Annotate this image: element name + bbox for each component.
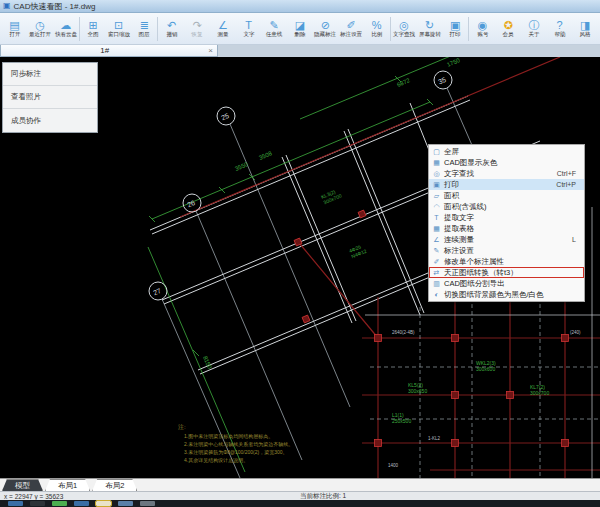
drawing-area: 25 26 27 35 3550 3508 6872 1750 8150 KL3… — [0, 57, 600, 478]
taskbar-app-icon[interactable] — [140, 501, 155, 506]
taskbar-app-icon[interactable] — [118, 501, 133, 506]
menu-item-cad-gray[interactable]: ▦CAD图显示灰色 — [429, 157, 584, 168]
convert-icon: ⇄ — [429, 269, 444, 277]
grid-dim-label: 2640(2-4B) — [392, 330, 415, 335]
taskbar-app-icon[interactable] — [8, 501, 23, 506]
toolbar-find-text-button[interactable]: ◎文字查找 — [392, 14, 417, 44]
toolbar-measure-button[interactable]: ∠测量 — [210, 14, 235, 44]
toggle-background-icon: ◐ — [429, 291, 444, 298]
layout-tab-bar: 模型 布局1 布局2 — [0, 478, 600, 491]
find-text-icon: ◎ — [429, 170, 444, 178]
toolbar-about-button[interactable]: ⓘ关于 — [521, 14, 546, 44]
tab-layout2[interactable]: 布局2 — [92, 479, 137, 491]
grid-dim-label: 1400 — [388, 463, 399, 468]
toolbar-delete-button[interactable]: ◪删除 — [287, 14, 312, 44]
toolbar-account-button[interactable]: ◉账号 — [470, 14, 495, 44]
app-icon: ▣ — [3, 2, 11, 10]
note-line: 2.未注明梁中心线与轴线关系者均为梁边齐轴线。 — [184, 441, 293, 448]
toolbar-redo-button[interactable]: ↷恢复 — [185, 14, 210, 44]
status-bar: x = 22947 y = 35623 当前标注比例: 1 — [0, 491, 600, 500]
toolbar-fullview-button[interactable]: ⊞全图 — [81, 14, 106, 44]
redo-icon: ↷ — [193, 19, 202, 31]
beam-label: 300x700 — [530, 390, 549, 396]
beam-label: 300x650 — [408, 388, 427, 394]
find-text-icon: ◎ — [399, 19, 409, 31]
split-export-icon: ▥ — [429, 280, 444, 288]
context-menu: ▢全屏 ▦CAD图显示灰色 ◎文字查找Ctrl+F ▣打印Ctrl+P ▱面积 … — [428, 144, 585, 302]
toolbar-annotation-settings-button[interactable]: ✐标注设置 — [339, 14, 364, 44]
menu-item-print[interactable]: ▣打印Ctrl+P — [429, 179, 584, 190]
print-icon: ▣ — [429, 181, 444, 189]
window-title: CAD快速看图 - 1#.dwg — [14, 1, 96, 12]
toolbar-window-zoom-button[interactable]: ⊡窗口缩放 — [106, 14, 131, 44]
window-zoom-icon: ⊡ — [114, 19, 123, 31]
tab-layout1[interactable]: 布局1 — [45, 479, 90, 491]
menu-item-toggle-background[interactable]: ◐切换图纸背景颜色为黑色/白色 — [429, 289, 584, 300]
shortcut-label: Ctrl+F — [557, 170, 576, 177]
cursor-coordinates: x = 22947 y = 35623 — [4, 493, 63, 500]
tab-model[interactable]: 模型 — [2, 479, 43, 491]
document-tab[interactable]: 1# × — [0, 45, 218, 57]
menu-item-extract-table[interactable]: ▦提取表格 — [429, 223, 584, 234]
toolbar-print-button[interactable]: ▣打印 — [443, 14, 468, 44]
member-collaboration-item[interactable]: 成员协作 — [3, 109, 97, 132]
style-icon: ◨ — [580, 19, 590, 31]
quick-panel: 同步标注 查看照片 成员协作 — [2, 62, 98, 133]
taskbar-app-icon[interactable] — [30, 501, 45, 506]
sync-annotation-item[interactable]: 同步标注 — [3, 63, 97, 86]
menu-item-continuous-measure[interactable]: ∠连续测量L — [429, 234, 584, 245]
main-toolbar: ▤打开 ◷最近打开 ☁快看云盘 ⊞全图 ⊡窗口缩放 ≣图层 ↶撤销 ↷恢复 ∠测… — [0, 13, 600, 45]
menu-item-split-export[interactable]: ▥CAD图纸分割导出 — [429, 278, 584, 289]
fullscreen-icon: ▢ — [429, 148, 444, 156]
menu-item-modify-annotation[interactable]: ✐修改单个标注属性 — [429, 256, 584, 267]
menu-item-area[interactable]: ▱面积 — [429, 190, 584, 201]
annotation-settings-icon: ✐ — [347, 19, 356, 31]
note-line: 3.未注明梁箍筋为Φ8@100/200(2)，梁宽300。 — [184, 449, 288, 456]
taskbar-app-icon[interactable] — [52, 501, 67, 506]
taskbar-app-icon-active[interactable] — [96, 501, 111, 506]
fullview-icon: ⊞ — [88, 19, 97, 31]
toolbar-cloud-button[interactable]: ☁快看云盘 — [53, 14, 78, 44]
freeline-icon: ✎ — [270, 19, 279, 31]
beam-label: 300x600 — [476, 366, 495, 372]
title-bar: ▣ CAD快速看图 - 1#.dwg — [0, 0, 600, 13]
area-arc-icon: ◠ — [429, 203, 444, 211]
taskbar-app-icon[interactable] — [74, 501, 89, 506]
menu-item-fullscreen[interactable]: ▢全屏 — [429, 146, 584, 157]
about-icon: ⓘ — [528, 19, 539, 31]
menu-item-find-text[interactable]: ◎文字查找Ctrl+F — [429, 168, 584, 179]
toolbar-hide-annotation-button[interactable]: ⊘隐藏标注 — [313, 14, 338, 44]
close-tab-icon[interactable]: × — [208, 46, 213, 55]
toolbar-freeline-button[interactable]: ✎任意线 — [262, 14, 287, 44]
menu-item-extract-text[interactable]: T提取文字 — [429, 212, 584, 223]
menu-item-area-arc[interactable]: ◠面积(含弧线) — [429, 201, 584, 212]
toolbar-style-button[interactable]: ◨风格 — [573, 14, 598, 44]
toolbar-vip-button[interactable]: ✪会员 — [496, 14, 521, 44]
document-tab-label: 1# — [1, 46, 208, 55]
notes-title: 注: — [178, 423, 186, 430]
note-line: 4.其余详见结构设计总说明。 — [184, 457, 248, 464]
modify-annotation-icon: ✐ — [429, 258, 444, 266]
hide-annotation-icon: ⊘ — [321, 19, 330, 31]
toolbar-help-button[interactable]: ?帮助 — [547, 14, 572, 44]
toolbar-undo-button[interactable]: ↶撤销 — [159, 14, 184, 44]
rotate-screen-icon: ↻ — [425, 19, 434, 31]
toolbar-open-button[interactable]: ▤打开 — [2, 14, 27, 44]
measure-icon: ∠ — [429, 236, 444, 244]
scale-icon: % — [372, 19, 382, 31]
menu-item-annotation-settings[interactable]: ✎标注设置 — [429, 245, 584, 256]
toolbar-recent-button[interactable]: ◷最近打开 — [28, 14, 53, 44]
beam-label: 250x500 — [392, 418, 411, 424]
toolbar-scale-button[interactable]: %比例 — [364, 14, 389, 44]
menu-item-tianzheng-convert[interactable]: ⇄天正图纸转换（转t3） — [429, 267, 584, 278]
toolbar-rotate-screen-button[interactable]: ↻屏幕旋转 — [417, 14, 442, 44]
account-icon: ◉ — [478, 19, 488, 31]
windows-taskbar — [0, 500, 600, 507]
extract-table-icon: ▦ — [429, 225, 444, 233]
toolbar-layers-button[interactable]: ≣图层 — [132, 14, 157, 44]
toolbar-text-button[interactable]: T文字 — [236, 14, 261, 44]
view-photo-item[interactable]: 查看照片 — [3, 86, 97, 109]
help-icon: ? — [556, 19, 562, 31]
grid-dim-label: (240) — [570, 330, 581, 335]
recent-icon: ◷ — [35, 19, 45, 31]
